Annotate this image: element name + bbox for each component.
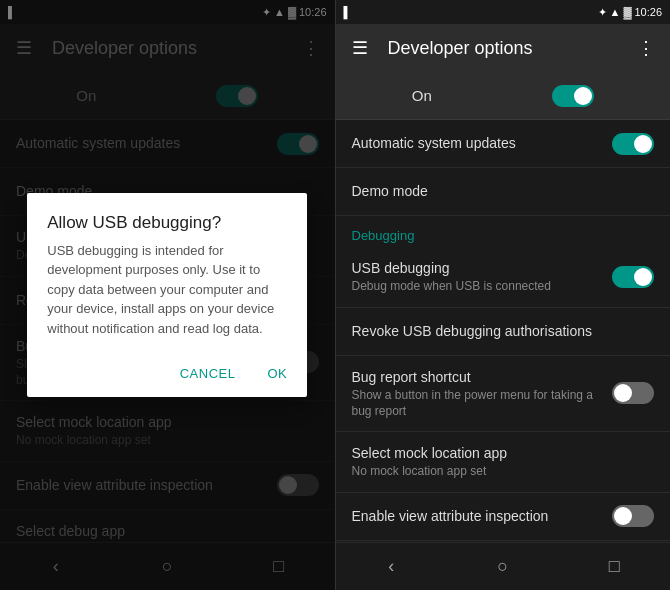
dialog-actions: CANCEL OK xyxy=(27,354,307,397)
right-panel: ▌ ✦ ▲ ▓ 10:26 ☰ Developer options ⋮ On A… xyxy=(336,0,671,590)
status-right-right-icons: ✦ ▲ ▓ 10:26 xyxy=(598,6,662,19)
hamburger-icon-right[interactable]: ☰ xyxy=(348,36,372,60)
left-panel: ▌ ✦ ▲ ▓ 10:26 ☰ Developer options ⋮ On A… xyxy=(0,0,335,590)
on-row-right: On xyxy=(336,72,671,120)
setting-viewattr-right[interactable]: Enable view attribute inspection xyxy=(336,493,671,541)
more-menu-icon-right[interactable]: ⋮ xyxy=(634,36,658,60)
setting-title-mock-right: Select mock location app xyxy=(352,444,655,462)
setting-mock-right[interactable]: Select mock location app No mock locatio… xyxy=(336,432,671,493)
setting-sub-mock-right: No mock location app set xyxy=(352,464,655,480)
setting-usb-right[interactable]: USB debugging Debug mode when USB is con… xyxy=(336,247,671,308)
setting-title-demo-right: Demo mode xyxy=(352,182,655,200)
setting-title-bug-right: Bug report shortcut xyxy=(352,368,613,386)
section-debugging: Debugging xyxy=(336,216,671,247)
setting-title-usb-right: USB debugging xyxy=(352,259,613,277)
setting-revoke-right[interactable]: Revoke USB debugging authorisations xyxy=(336,308,671,356)
status-right-left-icons: ▌ xyxy=(344,6,352,18)
setting-title-auto-update-right: Automatic system updates xyxy=(352,134,613,152)
usb-debug-dialog: Allow USB debugging? USB debugging is in… xyxy=(27,193,307,398)
wifi-icon-right: ▲ xyxy=(610,6,621,18)
bottom-nav-right: ‹ ○ □ xyxy=(336,542,671,590)
setting-sub-bug-right: Show a button in the power menu for taki… xyxy=(352,388,613,419)
signal-icon-right: ▌ xyxy=(344,6,352,18)
dialog-ok-button[interactable]: OK xyxy=(255,358,299,389)
app-title-right: Developer options xyxy=(388,38,619,59)
dialog-overlay: Allow USB debugging? USB debugging is in… xyxy=(0,0,335,590)
home-icon-right[interactable]: ○ xyxy=(483,547,523,587)
battery-icon-right: ▓ xyxy=(623,6,631,18)
settings-list-right: Automatic system updates Demo mode Debug… xyxy=(336,120,671,542)
toggle-auto-update-right[interactable] xyxy=(612,133,654,155)
toggle-bug-right[interactable] xyxy=(612,382,654,404)
setting-title-viewattr-right: Enable view attribute inspection xyxy=(352,507,613,525)
recents-icon-right[interactable]: □ xyxy=(594,547,634,587)
dialog-title: Allow USB debugging? xyxy=(27,193,307,241)
status-bar-right: ▌ ✦ ▲ ▓ 10:26 xyxy=(336,0,671,24)
bluetooth-icon-right: ✦ xyxy=(598,6,607,19)
setting-sub-usb-right: Debug mode when USB is connected xyxy=(352,279,613,295)
setting-auto-update-right[interactable]: Automatic system updates xyxy=(336,120,671,168)
toggle-viewattr-right[interactable] xyxy=(612,505,654,527)
setting-bug-right[interactable]: Bug report shortcut Show a button in the… xyxy=(336,356,671,432)
setting-demo-right[interactable]: Demo mode xyxy=(336,168,671,216)
dialog-cancel-button[interactable]: CANCEL xyxy=(168,358,248,389)
app-bar-right: ☰ Developer options ⋮ xyxy=(336,24,671,72)
time-right: 10:26 xyxy=(634,6,662,18)
setting-title-revoke-right: Revoke USB debugging authorisations xyxy=(352,322,655,340)
on-label-right: On xyxy=(412,87,432,104)
main-toggle-right[interactable] xyxy=(552,85,594,107)
back-icon-right[interactable]: ‹ xyxy=(371,547,411,587)
toggle-usb-right[interactable] xyxy=(612,266,654,288)
dialog-body: USB debugging is intended for developmen… xyxy=(27,241,307,355)
